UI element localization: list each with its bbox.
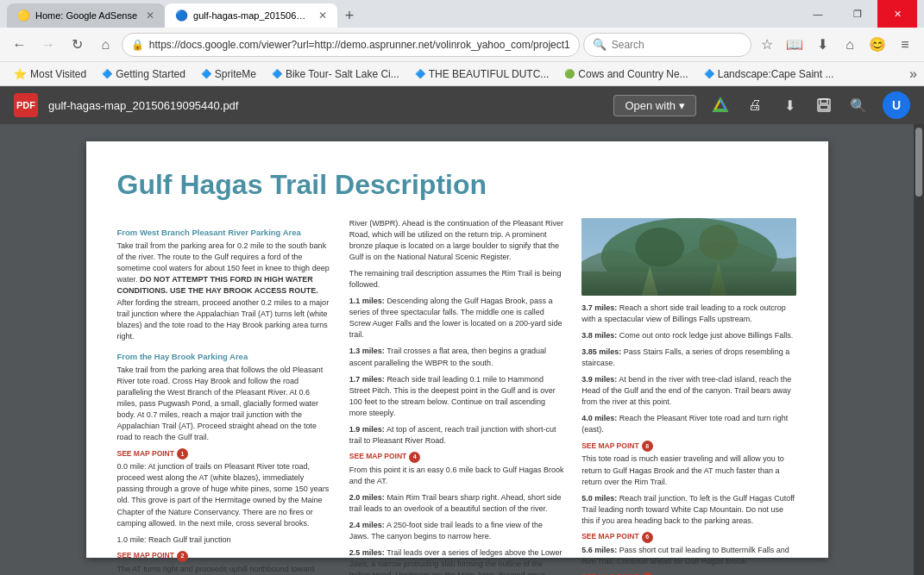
- col3-miles3-7: 3.7 miles: Reach a short side trail lead…: [581, 303, 796, 325]
- bookmark-favicon-1: 🔷: [102, 69, 112, 78]
- pdf-download-icon[interactable]: ⬇: [776, 91, 803, 119]
- restore-button[interactable]: ❐: [838, 0, 877, 28]
- tab2-close[interactable]: ✕: [318, 9, 327, 22]
- pdf-search-icon[interactable]: 🔍: [845, 91, 872, 119]
- col1-para2: Take trail from the parking area that fo…: [117, 365, 332, 443]
- bookmark-label-1: Getting Started: [116, 68, 185, 80]
- map-badge-4: 4: [409, 452, 420, 463]
- bookmark-label-0: Most Visited: [30, 68, 86, 80]
- bookmark-beautiful-dutch[interactable]: 🔷 THE BEAUTIFUL DUTC...: [408, 66, 556, 82]
- print-icon[interactable]: 🖨: [741, 91, 769, 119]
- close-button[interactable]: ✕: [877, 0, 917, 28]
- tab-adsense[interactable]: 🟡 Home: Google AdSense ✕: [7, 3, 165, 28]
- pdf-col-3: 3.7 miles: Reach a short side trail lead…: [581, 218, 796, 575]
- bookmarks-overflow-button[interactable]: »: [909, 66, 917, 82]
- bookmark-icon[interactable]: 📖: [783, 33, 807, 57]
- col3-miles5-0: 5.0 miles: Reach trail junction. To left…: [581, 493, 796, 527]
- svg-point-9: [699, 225, 738, 260]
- svg-point-8: [635, 228, 684, 266]
- tab-pdf[interactable]: 🔵 gulf-hagas-map_20150619... ✕: [165, 3, 337, 28]
- bookmark-label-2: SpriteMe: [215, 68, 256, 80]
- pdf-title: Gulf Hagas Trail Description: [117, 169, 797, 201]
- svg-rect-4: [820, 105, 828, 109]
- star-icon[interactable]: ☆: [755, 33, 779, 57]
- home-nav-icon[interactable]: ⌂: [838, 33, 862, 57]
- map-badge-8: 8: [642, 441, 653, 452]
- col2-miles1-1: 1.1 miles: Descending along the Gulf Hag…: [349, 296, 564, 341]
- search-icon: 🔍: [593, 38, 607, 51]
- pdf-viewer[interactable]: Gulf Hagas Trail Description From West B…: [0, 124, 914, 575]
- main-content: Gulf Hagas Trail Description From West B…: [0, 124, 924, 575]
- bookmark-spriteme[interactable]: 🔷 SpriteMe: [194, 66, 263, 82]
- refresh-button[interactable]: ↻: [64, 32, 89, 58]
- bookmark-favicon-2: 🔷: [201, 69, 211, 78]
- bookmark-label-6: Landscape:Cape Saint ...: [718, 68, 834, 80]
- user-icon[interactable]: 😊: [865, 33, 889, 57]
- col1-para3: 0.0 mile: At junction of trails on Pleas…: [117, 461, 332, 528]
- col3-para8: This tote road is much easier traveling …: [581, 453, 796, 487]
- col1-para4: 1.0 mile: Reach Gulf trail junction: [117, 534, 332, 546]
- bookmark-most-visited[interactable]: ⭐ Most Visited: [7, 66, 93, 82]
- col3-miles3-8: 3.8 miles: Come out onto rock ledge just…: [581, 330, 796, 341]
- forward-button[interactable]: →: [35, 32, 60, 58]
- map-badge-6: 6: [642, 532, 653, 543]
- home-button[interactable]: ⌂: [93, 32, 118, 58]
- col3-miles3-9: 3.9 miles: At bend in the river with tre…: [581, 374, 796, 408]
- col3-miles4-0: 4.0 miles: Reach the Pleasant River tote…: [581, 413, 796, 435]
- trail-image: [581, 218, 796, 296]
- search-placeholder: Search: [612, 39, 644, 51]
- col1-see-map2: SEE MAP POINT 2: [117, 551, 332, 562]
- col1-heading1: From West Branch Pleasant River Parking …: [117, 227, 332, 238]
- search-bar[interactable]: 🔍 Search: [583, 33, 751, 57]
- download-icon[interactable]: ⬇: [810, 33, 834, 57]
- bookmark-landscape[interactable]: 🔷 Landscape:Cape Saint ...: [697, 66, 841, 82]
- pdf-toolbar-icons: 🖨 ⬇ 🔍: [707, 91, 872, 119]
- col2-miles2-4: 2.4 miles: A 250-foot side trail leads t…: [349, 520, 564, 542]
- pdf-filename: gulf-hagas-map_20150619095440.pdf: [48, 99, 603, 112]
- map-badge-2: 2: [177, 551, 188, 562]
- address-bar[interactable]: 🔒 https://docs.google.com/viewer?url=htt…: [122, 33, 580, 57]
- col3-miles5-6: 5.6 miles: Pass short cut trail leading …: [581, 545, 796, 567]
- minimize-button[interactable]: —: [798, 0, 838, 28]
- save-icon[interactable]: [810, 91, 838, 119]
- col2-miles2-5: 2.5 miles: Trail leads over a series of …: [349, 547, 564, 575]
- col2-para1: River (WBPR). Ahead is the continuation …: [349, 218, 564, 263]
- pdf-user-avatar[interactable]: U: [883, 91, 910, 119]
- bookmark-favicon-0: ⭐: [14, 68, 27, 80]
- col1-see-map1: SEE MAP POINT 1: [117, 448, 332, 459]
- bookmark-cows-country[interactable]: 🟢 Cows and Country Ne...: [557, 66, 695, 82]
- pdf-icon: PDF: [14, 93, 38, 117]
- col3-see-map6: SEE MAP POINT 6: [581, 532, 796, 543]
- col1-para1: Take trail from the parking area for 0.2…: [117, 241, 332, 341]
- scrollbar-thumb[interactable]: [915, 128, 922, 197]
- col2-miles1-3: 1.3 miles: Trail crosses a flat area, th…: [349, 346, 564, 368]
- new-tab-button[interactable]: +: [337, 3, 361, 28]
- nav-bar: ← → ↻ ⌂ 🔒 https://docs.google.com/viewer…: [0, 28, 924, 62]
- tab1-close[interactable]: ✕: [146, 9, 154, 22]
- drive-icon[interactable]: [707, 91, 734, 119]
- toolbar-icons: ☆ 📖 ⬇ ⌂ 😊 ≡: [755, 33, 917, 57]
- open-with-button[interactable]: Open with ▾: [613, 95, 696, 116]
- svg-rect-3: [820, 99, 827, 103]
- pdf-col-2: River (WBPR). Ahead is the continuation …: [349, 218, 564, 575]
- scrollbar[interactable]: [914, 124, 924, 575]
- col2-see-map4: SEE MAP POINT 4: [349, 452, 564, 463]
- pdf-page: Gulf Hagas Trail Description From West B…: [86, 141, 828, 558]
- open-with-label: Open with: [625, 99, 676, 112]
- back-button[interactable]: ←: [7, 32, 32, 58]
- menu-icon[interactable]: ≡: [893, 33, 917, 57]
- pdf-col-1: From West Branch Pleasant River Parking …: [117, 218, 332, 575]
- title-bar: 🟡 Home: Google AdSense ✕ 🔵 gulf-hagas-ma…: [0, 0, 924, 28]
- bookmark-label-3: Bike Tour- Salt Lake Ci...: [286, 68, 399, 80]
- col2-para-from: From this point it is an easy 0.6 mile b…: [349, 465, 564, 487]
- col2-miles1-9: 1.9 miles: At top of ascent, reach trail…: [349, 424, 564, 447]
- col3-see-map8: SEE MAP POINT 8: [581, 441, 796, 452]
- tab2-title: gulf-hagas-map_20150619...: [193, 10, 310, 21]
- bookmark-bike-tour[interactable]: 🔷 Bike Tour- Salt Lake Ci...: [265, 66, 406, 82]
- bookmark-favicon-6: 🔷: [704, 69, 714, 78]
- pdf-columns: From West Branch Pleasant River Parking …: [117, 218, 797, 575]
- tab1-title: Home: Google AdSense: [35, 10, 137, 21]
- bookmark-favicon-4: 🔷: [415, 69, 425, 78]
- bookmark-getting-started[interactable]: 🔷 Getting Started: [95, 66, 192, 82]
- tab2-favicon: 🔵: [175, 9, 188, 22]
